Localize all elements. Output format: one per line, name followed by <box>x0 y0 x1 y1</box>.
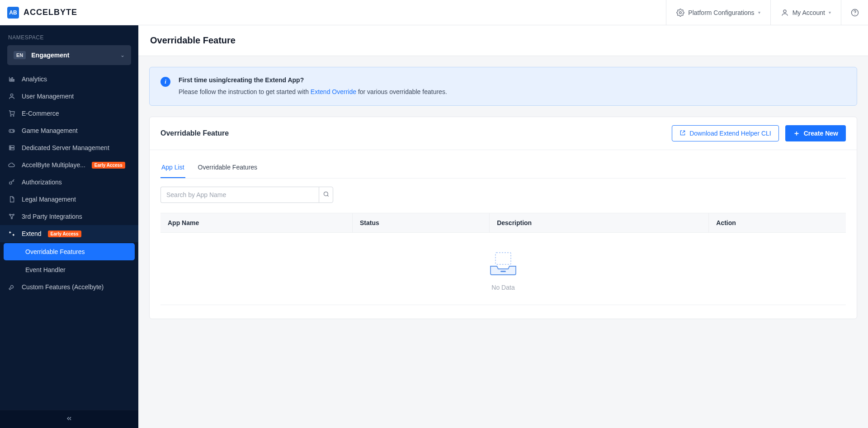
subnav-overridable-features[interactable]: Overridable Features <box>4 243 135 260</box>
namespace-heading: NAMESPACE <box>0 25 138 45</box>
svg-point-20 <box>11 218 13 219</box>
col-app-name: App Name <box>160 213 352 233</box>
info-banner-text-before: Please follow the instruction to get sta… <box>179 88 311 95</box>
extend-override-link[interactable]: Extend Override <box>311 88 356 95</box>
svg-point-15 <box>10 146 11 147</box>
document-icon <box>8 196 16 203</box>
svg-rect-6 <box>13 80 14 81</box>
apps-table: App Name Status Description Action <box>160 213 846 233</box>
svg-rect-23 <box>500 271 506 272</box>
col-status: Status <box>352 213 489 233</box>
subnav-event-handler[interactable]: Event Handler <box>0 261 138 278</box>
sidebar-item-label: User Management <box>22 93 74 100</box>
extend-subnav: Overridable Features Event Handler <box>0 243 138 278</box>
create-new-label: Create New <box>804 130 838 137</box>
sidebar-item-extend[interactable]: Extend Early Access <box>0 225 138 242</box>
chevron-double-left-icon <box>66 415 73 423</box>
search-icon <box>323 191 330 199</box>
sidebar: NAMESPACE EN Engagement ⌄ Analytics User… <box>0 25 138 428</box>
empty-text: No Data <box>160 284 846 291</box>
search-input[interactable] <box>160 187 319 203</box>
sidebar-item-analytics[interactable]: Analytics <box>0 71 138 88</box>
svg-rect-4 <box>10 79 11 81</box>
sidebar-item-label: Game Management <box>22 127 78 134</box>
search <box>160 187 846 203</box>
svg-point-19 <box>13 214 14 216</box>
server-icon <box>8 144 16 151</box>
namespace-selector[interactable]: EN Engagement ⌄ <box>7 45 131 65</box>
svg-point-8 <box>10 115 11 116</box>
sidebar-item-label: Authorizations <box>22 179 62 186</box>
sidebar-item-legal[interactable]: Legal Management <box>0 191 138 208</box>
tab-overridable-features[interactable]: Overridable Features <box>197 157 259 178</box>
user-icon <box>8 93 16 100</box>
search-button[interactable] <box>319 187 333 203</box>
cloud-icon <box>8 161 16 169</box>
chart-icon <box>8 75 16 83</box>
tab-app-list[interactable]: App List <box>160 157 185 178</box>
namespace-badge: EN <box>14 51 26 59</box>
empty-drawer-icon <box>489 251 518 277</box>
col-action: Action <box>709 213 846 233</box>
sidebar-item-label: Custom Features (Accelbyte) <box>22 283 104 291</box>
platform-configurations-menu[interactable]: Platform Configurations ▾ <box>666 0 770 25</box>
namespace-name: Engagement <box>31 52 115 59</box>
sidebar-item-label: Legal Management <box>22 196 76 203</box>
download-cli-label: Download Extend Helper CLI <box>689 130 771 137</box>
help-icon <box>850 8 859 17</box>
sidebar-item-label: 3rd Party Integrations <box>22 213 82 220</box>
cart-icon <box>8 110 16 117</box>
tabs: App List Overridable Features <box>160 157 846 179</box>
sidebar-item-label: Dedicated Server Management <box>22 144 109 151</box>
info-banner-title: First time using/creating the Extend App… <box>179 76 447 84</box>
sidebar-item-user-management[interactable]: User Management <box>0 88 138 105</box>
page-title: Overridable Feature <box>138 25 868 56</box>
svg-point-12 <box>13 131 14 132</box>
sidebar-item-authorizations[interactable]: Authorizations <box>0 174 138 191</box>
wrench-icon <box>8 283 16 291</box>
svg-point-9 <box>13 115 14 116</box>
info-icon: i <box>160 77 170 87</box>
chevron-down-icon: ▾ <box>829 10 831 15</box>
sidebar-item-game-management[interactable]: Game Management <box>0 122 138 139</box>
brand-icon: AB <box>7 7 19 19</box>
collapse-sidebar-button[interactable] <box>0 410 138 428</box>
brand-name: ACCELBYTE <box>24 8 77 17</box>
svg-rect-22 <box>495 253 511 264</box>
topbar-right: Platform Configurations ▾ My Account ▾ <box>666 0 868 25</box>
sidebar-item-dedicated-server[interactable]: Dedicated Server Management <box>0 139 138 156</box>
info-banner-text-after: for various overridable features. <box>356 88 447 95</box>
overridable-feature-card: Overridable Feature Download Extend Help… <box>149 117 857 319</box>
svg-rect-5 <box>12 78 13 81</box>
sidebar-item-label: AccelByte Multiplaye... <box>22 161 85 169</box>
sidebar-item-custom-features[interactable]: Custom Features (Accelbyte) <box>0 278 138 296</box>
my-account-menu[interactable]: My Account ▾ <box>770 0 841 25</box>
svg-point-21 <box>324 192 328 196</box>
platform-configurations-label: Platform Configurations <box>688 9 754 16</box>
svg-point-18 <box>9 214 11 216</box>
col-description: Description <box>490 213 709 233</box>
empty-state: No Data <box>160 233 846 305</box>
early-access-tag: Early Access <box>92 162 125 169</box>
main: Overridable Feature i First time using/c… <box>138 25 868 428</box>
sidebar-item-multiplayer[interactable]: AccelByte Multiplaye... Early Access <box>0 156 138 174</box>
extend-icon <box>8 230 16 237</box>
create-new-button[interactable]: ＋ Create New <box>785 125 846 141</box>
gamepad-icon <box>8 127 16 134</box>
sidebar-item-ecommerce[interactable]: E-Commerce <box>0 105 138 122</box>
chevron-down-icon: ⌄ <box>120 52 125 58</box>
sidebar-item-integrations[interactable]: 3rd Party Integrations <box>0 208 138 225</box>
gear-icon <box>676 9 684 17</box>
topbar: AB ACCELBYTE Platform Configurations ▾ M… <box>0 0 868 25</box>
integrations-icon <box>8 213 16 220</box>
user-icon <box>781 9 789 17</box>
svg-point-0 <box>679 11 682 14</box>
help-button[interactable] <box>841 0 868 25</box>
sidebar-item-label: E-Commerce <box>22 110 59 117</box>
my-account-label: My Account <box>793 9 825 16</box>
svg-point-3 <box>854 14 855 14</box>
key-icon <box>8 179 16 186</box>
sidebar-item-label: Extend <box>22 230 42 237</box>
brand: AB ACCELBYTE <box>0 7 138 19</box>
download-cli-button[interactable]: Download Extend Helper CLI <box>672 125 779 141</box>
